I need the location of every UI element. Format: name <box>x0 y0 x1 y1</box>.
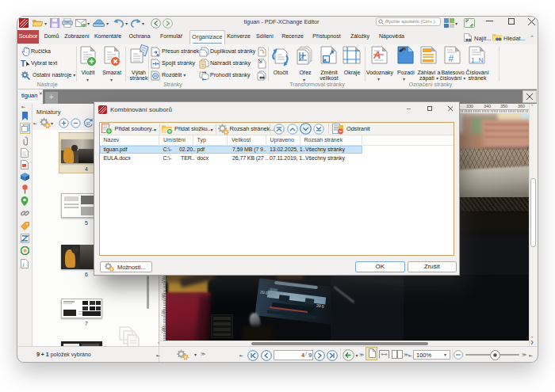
svg-text:1..N: 1..N <box>471 56 484 64</box>
svg-text:90: 90 <box>86 122 91 126</box>
svg-text:#: # <box>449 53 454 64</box>
svg-text:i: i <box>23 261 25 268</box>
svg-text:T: T <box>21 59 25 68</box>
